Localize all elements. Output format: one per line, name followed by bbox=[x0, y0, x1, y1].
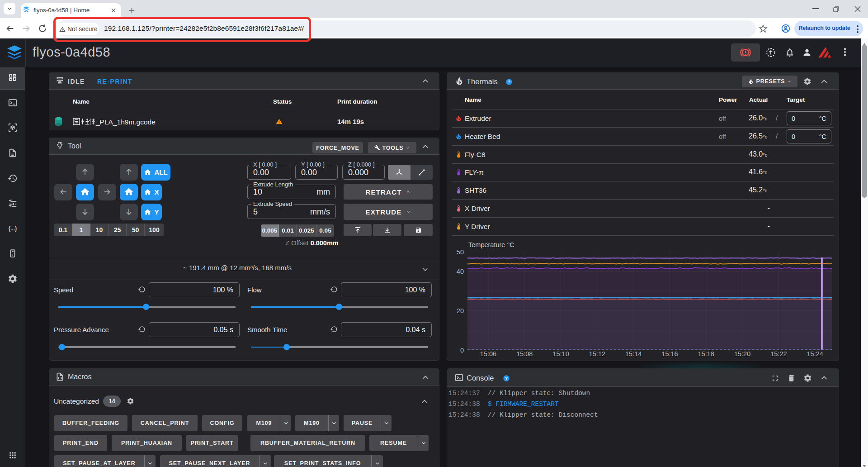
svg-text:{...}: {...} bbox=[8, 225, 17, 232]
svg-text:?: ? bbox=[505, 376, 508, 381]
svg-text:?: ? bbox=[508, 80, 510, 84]
